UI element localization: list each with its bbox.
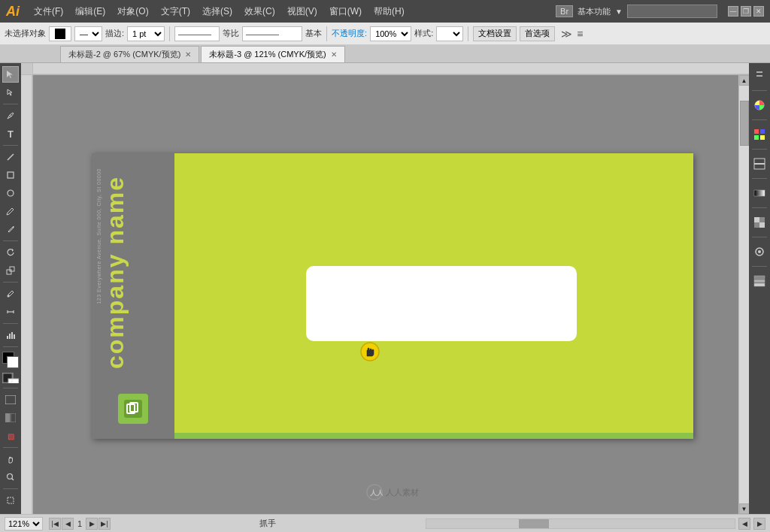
svg-line-0 <box>8 154 14 160</box>
opacity-select[interactable]: 100% <box>370 26 411 41</box>
menu-help[interactable]: 帮助(H) <box>368 4 410 20</box>
artboard-tool[interactable] <box>2 492 19 509</box>
background-color[interactable] <box>7 356 19 368</box>
color-boxes[interactable] <box>2 352 19 368</box>
direct-selection-tool[interactable] <box>2 84 19 101</box>
tab-close-1[interactable]: ✕ <box>331 50 337 59</box>
search-input[interactable] <box>627 5 717 18</box>
hscrollbar[interactable] <box>426 518 735 529</box>
menu-window[interactable]: 窗口(W) <box>324 4 367 20</box>
transparency-panel-icon[interactable] <box>751 214 768 231</box>
brush-tool[interactable] <box>2 203 19 219</box>
svg-rect-4 <box>10 267 14 271</box>
right-panel-sep5 <box>752 207 767 208</box>
svg-rect-1 <box>8 172 14 178</box>
vscroll[interactable]: ▲ ▼ <box>738 75 749 514</box>
ellipse-tool[interactable] <box>2 185 19 201</box>
workspace-arrow[interactable]: ▼ <box>615 8 623 16</box>
right-panel-sep2 <box>752 119 767 120</box>
rotate-tool[interactable] <box>2 244 19 261</box>
eyedropper-tool[interactable] <box>2 286 19 302</box>
menu-object[interactable]: 对象(O) <box>112 4 153 20</box>
stroke-panel-icon[interactable] <box>751 156 768 172</box>
right-panel-sep3 <box>752 149 767 150</box>
right-panel-sep1 <box>752 90 767 91</box>
tab-close-0[interactable]: ✕ <box>185 50 191 59</box>
app-logo: Ai <box>6 4 20 20</box>
pen-tool[interactable] <box>2 107 19 124</box>
gradient-panel-icon[interactable] <box>751 185 768 201</box>
tab-untitled2[interactable]: 未标题-2 @ 67% (CMYK/预览) ✕ <box>60 46 199 62</box>
type-tool[interactable]: T <box>2 125 19 142</box>
prev-page-btn[interactable]: ◀ <box>62 518 74 530</box>
vscroll-up[interactable]: ▲ <box>739 75 750 86</box>
stroke-label: 描边: <box>105 28 124 39</box>
zoom-tool[interactable] <box>2 469 19 485</box>
hscroll-left[interactable]: ◀ <box>738 518 750 530</box>
zoom-control[interactable]: 121% <box>5 517 46 530</box>
options-icon[interactable]: ≫ <box>561 28 572 40</box>
hand-tool[interactable] <box>2 451 19 467</box>
vscroll-down[interactable]: ▼ <box>739 503 750 514</box>
screen-mode3-btn[interactable]: ▧ <box>2 428 19 444</box>
restore-button[interactable]: ❐ <box>741 6 751 17</box>
main-layout: T <box>0 63 770 514</box>
hscroll-thumb[interactable] <box>519 519 549 528</box>
selection-tool[interactable] <box>2 66 19 83</box>
toolbar-separator-6 <box>3 346 18 347</box>
style-select[interactable] <box>436 26 463 41</box>
document-canvas[interactable]: 123 Everywhere Avenue, Suite 000, City, … <box>44 86 741 506</box>
toolbar-separator-9 <box>3 488 18 489</box>
last-page-btn[interactable]: ▶| <box>99 518 111 530</box>
svg-text:人人: 人人 <box>369 489 383 497</box>
doc-setup-button[interactable]: 文档设置 <box>473 26 517 41</box>
stroke-weight-select[interactable]: 1 pt <box>127 26 165 41</box>
rect-tool[interactable] <box>2 167 19 183</box>
envelope-right <box>174 153 693 439</box>
appearance-panel-icon[interactable] <box>751 243 768 260</box>
layers-panel-icon[interactable] <box>751 273 768 289</box>
screen-mode-btn[interactable] <box>2 391 19 408</box>
bridge-button[interactable]: Br <box>556 5 573 17</box>
stroke-select[interactable]: — <box>74 26 102 41</box>
next-page-btn[interactable]: ▶ <box>86 518 98 530</box>
svg-rect-40 <box>754 217 759 222</box>
first-page-btn[interactable]: |◀ <box>49 518 61 530</box>
menu-view[interactable]: 视图(V) <box>282 4 323 20</box>
panel-icon[interactable]: ≡ <box>577 28 583 40</box>
tabs-bar: 未标题-2 @ 67% (CMYK/预览) ✕ 未标题-3 @ 121% (CM… <box>0 45 770 63</box>
svg-rect-17 <box>5 413 10 422</box>
minimize-button[interactable]: — <box>728 6 738 17</box>
toolbar-separator-8 <box>3 447 18 448</box>
scale-tool[interactable] <box>2 262 19 279</box>
canvas-area[interactable]: 123 Everywhere Avenue, Suite 000, City, … <box>21 63 749 514</box>
prefs-button[interactable]: 首选项 <box>520 26 555 41</box>
vscroll-track[interactable] <box>739 86 750 503</box>
swatches-icon[interactable] <box>751 126 768 143</box>
menu-file[interactable]: 文件(F) <box>29 4 68 20</box>
hscroll-right[interactable]: ▶ <box>753 518 765 530</box>
tab-untitled3[interactable]: 未标题-3 @ 121% (CMYK/预览) ✕ <box>201 46 344 62</box>
bar-graph-tool[interactable] <box>2 327 19 343</box>
collapse-panel-btn[interactable] <box>751 68 768 84</box>
options-bar: 未选择对象 — 描边: 1 pt ———— 等比 ———— 基本 不透明度: 1… <box>0 23 770 45</box>
vscroll-thumb[interactable] <box>740 101 749 146</box>
menu-edit[interactable]: 编辑(E) <box>70 4 111 20</box>
line-tool[interactable] <box>2 149 19 165</box>
separator-2 <box>326 26 327 41</box>
fill-color-swatch[interactable] <box>49 26 71 41</box>
close-button[interactable]: ✕ <box>753 6 764 17</box>
screen-mode2-btn[interactable] <box>2 410 19 426</box>
measure-tool[interactable] <box>2 304 19 320</box>
pencil-tool[interactable] <box>2 221 19 237</box>
current-tool-label: 抓手 <box>114 518 422 529</box>
company-address: 123 Everywhere Avenue, Suite 000, City, … <box>96 168 102 304</box>
toolbar-separator-3 <box>3 240 18 241</box>
color-wheel-icon[interactable] <box>751 97 768 113</box>
title-right-controls: Br 基本功能 ▼ — ❐ ✕ <box>556 5 764 18</box>
menu-select[interactable]: 选择(S) <box>197 4 238 20</box>
zoom-select[interactable]: 121% <box>5 517 43 530</box>
menu-bar: 文件(F) 编辑(E) 对象(O) 文字(T) 选择(S) 效果(C) 视图(V… <box>29 4 556 20</box>
menu-effect[interactable]: 效果(C) <box>239 4 280 20</box>
menu-text[interactable]: 文字(T) <box>156 4 196 20</box>
